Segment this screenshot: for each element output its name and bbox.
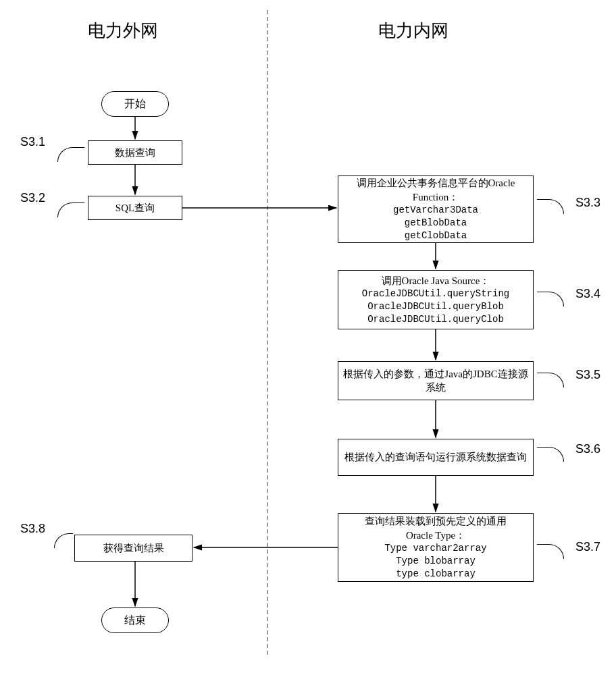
s38-text: 获得查询结果 [103, 541, 164, 555]
leader-s38 [54, 533, 73, 548]
s33-line1: getBlobData [405, 217, 467, 230]
s34-title: 调用Oracle Java Source： [382, 274, 490, 288]
end-label: 结束 [124, 614, 146, 628]
leader-s37 [537, 544, 564, 559]
box-jdbc-connect: 根据传入的参数，通过Java的JDBC连接源系统 [338, 361, 534, 400]
s32-text: SQL查询 [116, 201, 155, 215]
label-s35: S3.5 [575, 368, 600, 382]
start-terminator: 开始 [101, 91, 169, 117]
network-divider [267, 10, 268, 655]
leader-s32 [57, 202, 84, 217]
s36-text: 根据传入的查询语句运行源系统数据查询 [344, 450, 527, 464]
s33-line0: getVarchar3Data [393, 204, 478, 217]
label-s34: S3.4 [575, 287, 600, 301]
end-terminator: 结束 [101, 608, 169, 633]
header-right: 电力内网 [378, 19, 448, 43]
label-s36: S3.6 [575, 442, 600, 456]
box-sql-query: SQL查询 [88, 196, 182, 220]
label-s33: S3.3 [575, 196, 600, 210]
s37-line0: Type varchar2array [384, 542, 486, 555]
s33-title2: Function： [413, 190, 459, 204]
start-label: 开始 [124, 97, 146, 111]
s33-line2: getClobData [405, 230, 467, 242]
box-get-result: 获得查询结果 [74, 535, 192, 562]
header-left: 电力外网 [88, 19, 158, 43]
label-s32: S3.2 [20, 191, 45, 205]
label-s38: S3.8 [20, 522, 45, 536]
label-s31: S3.1 [20, 135, 45, 149]
leader-s34 [537, 292, 564, 306]
s37-title1: 查询结果装载到预先定义的通用 [365, 514, 507, 528]
label-s37: S3.7 [575, 540, 600, 554]
s34-line1: OracleJDBCUtil.queryBlob [367, 300, 504, 313]
box-data-query: 数据查询 [88, 140, 182, 165]
box-oracle-function: 调用企业公共事务信息平台的Oracle Function： getVarchar… [338, 176, 534, 243]
leader-s33 [537, 199, 564, 214]
s35-text: 根据传入的参数，通过Java的JDBC连接源系统 [342, 367, 529, 395]
s34-line0: OracleJDBCUtil.queryString [362, 288, 509, 300]
box-run-query: 根据传入的查询语句运行源系统数据查询 [338, 439, 534, 476]
s31-text: 数据查询 [115, 146, 155, 159]
s37-line2: type clobarray [396, 568, 476, 580]
s34-line2: OracleJDBCUtil.queryClob [367, 313, 504, 326]
leader-s31 [57, 147, 84, 162]
s33-title1: 调用企业公共事务信息平台的Oracle [357, 176, 515, 190]
box-oracle-type: 查询结果装载到预先定义的通用 Oracle Type： Type varchar… [338, 513, 534, 582]
s37-line1: Type blobarray [396, 555, 476, 568]
box-java-source: 调用Oracle Java Source： OracleJDBCUtil.que… [338, 270, 534, 329]
s37-title2: Oracle Type： [406, 529, 465, 542]
leader-s36 [537, 447, 564, 462]
leader-s35 [537, 373, 564, 387]
